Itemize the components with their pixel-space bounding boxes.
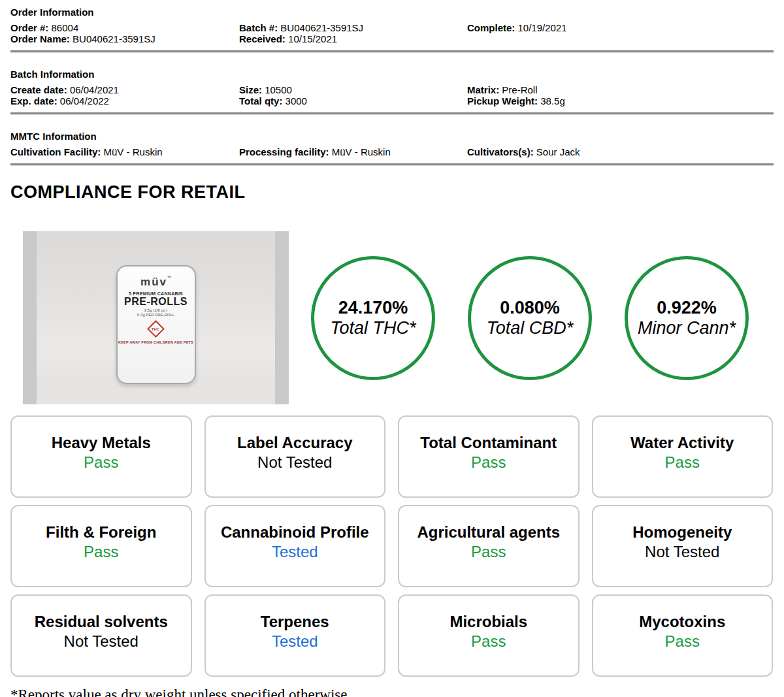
compliance-report-page: Order Information Order #: 86004 Order N… xyxy=(0,0,784,697)
processing-facility-field: Processing facility: MüV - Ruskin xyxy=(239,146,467,157)
total-thc-label: Total THC* xyxy=(330,318,416,338)
matrix-field: Matrix: Pre-Roll xyxy=(467,84,774,95)
photo-background-bar-left xyxy=(23,231,37,404)
total-thc-value: 24.170% xyxy=(338,298,408,318)
batch-number-field: Batch #: BU040621-3591SJ xyxy=(239,22,467,33)
test-card-agricultural-agents: Agricultural agents Pass xyxy=(398,505,580,587)
test-card-label-accuracy: Label Accuracy Not Tested xyxy=(204,415,386,498)
muv-brand-logo: müv™ xyxy=(118,276,195,289)
processing-facility-label: Processing facility: xyxy=(239,146,329,157)
trademark-symbol: ™ xyxy=(167,276,171,280)
test-status: Pass xyxy=(399,452,578,473)
thc-diamond-label: THC xyxy=(152,327,159,331)
test-results-grid: Heavy Metals Pass Label Accuracy Not Tes… xyxy=(10,415,773,677)
section-divider xyxy=(10,112,774,115)
compliance-hero-row: müv™ 5 PREMIUM CANNABIS PRE-ROLLS 3.5g (… xyxy=(23,231,784,404)
total-cbd-value: 0.080% xyxy=(500,298,560,318)
order-information-grid: Order #: 86004 Order Name: BU040621-3591… xyxy=(10,22,774,44)
test-name: Label Accuracy xyxy=(206,434,385,452)
batch-info-column-1: Create date: 06/04/2021 Exp. date: 06/04… xyxy=(10,84,239,106)
mmtc-info-column-1: Cultivation Facility: MüV - Ruskin xyxy=(10,146,239,157)
create-date-field: Create date: 06/04/2021 xyxy=(10,84,239,95)
batch-info-column-2: Size: 10500 Total qty: 3000 xyxy=(239,84,467,106)
size-field: Size: 10500 xyxy=(239,84,467,95)
received-date-value: 10/15/2021 xyxy=(288,33,337,44)
order-number-value: 86004 xyxy=(52,22,79,33)
dry-weight-footnote: *Reports value as dry weight unless spec… xyxy=(10,687,774,697)
batch-info-column-3: Matrix: Pre-Roll Pickup Weight: 38.5g xyxy=(467,84,774,106)
processing-facility-value: MüV - Ruskin xyxy=(332,146,391,157)
section-divider xyxy=(10,163,774,166)
compliance-for-retail-title: COMPLIANCE FOR RETAIL xyxy=(10,182,774,203)
tin-keep-away-warning: KEEP AWAY FROM CHILDREN AND PETS xyxy=(118,340,195,344)
test-card-mycotoxins: Mycotoxins Pass xyxy=(592,594,774,677)
test-status: Not Tested xyxy=(593,542,772,562)
test-name: Cannabinoid Profile xyxy=(206,523,385,542)
order-information-section: Order Information Order #: 86004 Order N… xyxy=(10,0,774,44)
received-date-label: Received: xyxy=(239,33,286,44)
test-name: Total Contaminant xyxy=(399,434,578,452)
order-name-value: BU040621-3591SJ xyxy=(73,33,155,44)
order-info-column-1: Order #: 86004 Order Name: BU040621-3591… xyxy=(10,22,239,44)
minor-cann-circle: 0.922% Minor Cann* xyxy=(625,256,749,380)
test-status: Not Tested xyxy=(12,631,191,652)
batch-information-title: Batch Information xyxy=(10,69,774,80)
total-qty-field: Total qty: 3000 xyxy=(239,95,467,106)
order-name-label: Order Name: xyxy=(10,33,70,44)
section-divider xyxy=(10,50,774,53)
complete-date-value: 10/19/2021 xyxy=(518,22,567,33)
tin-weight-text: 3.5g (1/8 oz.) 0.7g PER PRE-ROLL xyxy=(118,308,195,317)
test-card-cannabinoid-profile: Cannabinoid Profile Tested xyxy=(204,505,386,587)
test-name: Microbials xyxy=(399,613,578,631)
test-status: Pass xyxy=(593,452,772,473)
test-card-heavy-metals: Heavy Metals Pass xyxy=(10,415,192,498)
mmtc-information-title: MMTC Information xyxy=(10,131,774,142)
order-information-title: Order Information xyxy=(10,7,774,18)
cultivators-field: Cultivators(s): Sour Jack xyxy=(467,146,774,157)
order-number-label: Order #: xyxy=(10,22,48,33)
create-date-label: Create date: xyxy=(10,84,67,95)
complete-date-label: Complete: xyxy=(467,22,515,33)
test-status: Tested xyxy=(206,631,385,652)
pickup-weight-label: Pickup Weight: xyxy=(467,95,538,106)
received-date-field: Received: 10/15/2021 xyxy=(239,33,467,44)
tin-weight-line1: 3.5g (1/8 oz.) xyxy=(118,308,195,313)
test-name: Agricultural agents xyxy=(399,523,578,542)
tin-weight-line2: 0.7g PER PRE-ROLL xyxy=(118,313,195,317)
total-cbd-circle: 0.080% Total CBD* xyxy=(468,256,592,380)
minor-cann-value: 0.922% xyxy=(657,298,717,318)
test-name: Filth & Foreign xyxy=(12,523,191,542)
photo-background-bar-right xyxy=(275,231,289,404)
tin-pre-rolls-text: PRE-ROLLS xyxy=(118,296,195,308)
test-name: Heavy Metals xyxy=(12,434,191,452)
order-number-field: Order #: 86004 xyxy=(10,22,239,33)
test-status: Tested xyxy=(206,542,385,562)
test-card-filth-foreign: Filth & Foreign Pass xyxy=(10,505,192,587)
pickup-weight-value: 38.5g xyxy=(540,95,565,106)
cultivation-facility-label: Cultivation Facility: xyxy=(10,146,101,157)
total-thc-circle: 24.170% Total THC* xyxy=(311,256,435,380)
size-label: Size: xyxy=(239,84,262,95)
test-card-water-activity: Water Activity Pass xyxy=(592,415,774,498)
test-name: Residual solvents xyxy=(12,613,191,631)
test-status: Pass xyxy=(12,542,191,562)
total-qty-label: Total qty: xyxy=(239,95,282,106)
test-status: Not Tested xyxy=(206,452,385,473)
thc-warning-diamond-icon: THC xyxy=(147,320,165,338)
test-card-microbials: Microbials Pass xyxy=(398,594,580,677)
mmtc-info-column-3: Cultivators(s): Sour Jack xyxy=(467,146,774,157)
cannabinoid-circles-row: 24.170% Total THC* 0.080% Total CBD* 0.9… xyxy=(311,256,749,404)
cultivators-value: Sour Jack xyxy=(536,146,580,157)
minor-cann-label: Minor Cann* xyxy=(638,318,736,338)
batch-information-section: Batch Information Create date: 06/04/202… xyxy=(10,69,774,106)
test-card-terpenes: Terpenes Tested xyxy=(204,594,386,677)
test-status: Pass xyxy=(399,631,578,652)
total-qty-value: 3000 xyxy=(286,95,307,106)
order-info-column-2: Batch #: BU040621-3591SJ Received: 10/15… xyxy=(239,22,467,44)
matrix-label: Matrix: xyxy=(467,84,499,95)
mmtc-information-section: MMTC Information Cultivation Facility: M… xyxy=(10,131,774,157)
muv-brand-text: müv xyxy=(140,276,167,288)
order-info-column-3: Complete: 10/19/2021 xyxy=(467,22,774,44)
cultivation-facility-field: Cultivation Facility: MüV - Ruskin xyxy=(10,146,239,157)
test-card-homogeneity: Homogeneity Not Tested xyxy=(592,505,774,587)
